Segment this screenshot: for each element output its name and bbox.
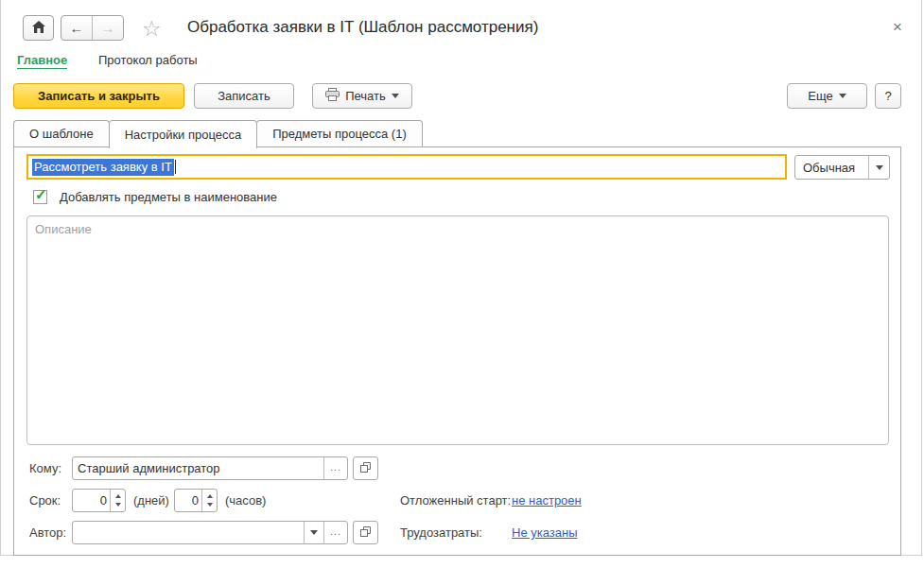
labor-link[interactable]: Не указаны [512,525,578,540]
hours-suffix: (часов) [225,493,266,508]
back-icon[interactable]: ← [61,16,92,40]
save-button[interactable]: Записать [194,83,294,109]
tab-bar: О шаблоне Настройки процесса Предметы пр… [13,120,423,148]
chevron-down-icon [839,94,846,98]
menu-item-work-protocol[interactable]: Протокол работы [98,53,198,67]
more-button[interactable]: Еще [787,83,867,109]
to-choose-button[interactable]: ... [323,457,347,479]
to-value: Старший администратор [73,457,323,479]
menu-item-main[interactable]: Главное [17,53,67,69]
open-in-window-icon [360,461,371,475]
favorite-star-icon[interactable]: ☆ [142,16,162,41]
save-and-close-button[interactable]: Записать и закрыть [13,83,184,109]
description-textarea[interactable]: Описание [26,215,889,445]
days-stepper[interactable]: 0 [72,489,126,512]
tab-process-subjects[interactable]: Предметы процесса (1) [256,120,423,146]
forward-icon[interactable]: → [92,16,123,40]
author-input[interactable]: ... [72,521,348,544]
print-button[interactable]: Печать [312,83,412,109]
author-choose-button[interactable]: ... [323,522,347,543]
spin-down-icon[interactable] [207,503,213,507]
tab-about-template[interactable]: О шаблоне [13,120,110,146]
add-subjects-checkbox[interactable]: ✓ [33,190,47,204]
close-icon[interactable]: × [893,19,902,35]
hours-spin-buttons[interactable] [201,490,217,511]
add-subjects-row: ✓ Добавлять предметы в наименование [33,190,277,204]
to-open-button[interactable] [353,456,378,480]
home-button[interactable] [23,15,54,41]
spin-down-icon[interactable] [115,503,121,507]
days-suffix: (дней) [133,493,169,508]
days-value: 0 [73,490,110,511]
tab-content-panel: Рассмотреть заявку в IT Обычная ✓ Добавл… [13,146,901,556]
history-nav-group: ← → [61,15,124,41]
term-label: Срок: [29,493,61,508]
hours-stepper[interactable]: 0 [174,489,218,512]
delayed-start-link[interactable]: не настроен [512,493,582,508]
labor-label: Трудозатраты: [400,525,482,540]
print-button-label: Печать [345,89,386,103]
home-icon [32,21,45,36]
to-input[interactable]: Старший администратор ... [72,456,348,480]
spin-up-icon[interactable] [207,494,213,498]
delayed-start-label: Отложенный старт: [400,493,511,508]
more-button-label: Еще [808,89,832,103]
chevron-down-icon[interactable] [868,156,889,179]
help-button[interactable]: ? [875,83,901,109]
text-cursor [175,160,176,174]
author-value [73,522,304,543]
importance-select[interactable]: Обычная [794,155,890,180]
chevron-down-icon[interactable] [304,522,323,543]
days-spin-buttons[interactable] [110,490,125,511]
page-title: Обработка заявки в IT (Шаблон рассмотрен… [187,18,538,37]
template-window: ← → ☆ Обработка заявки в IT (Шаблон расс… [0,0,923,568]
check-icon: ✓ [35,186,47,203]
name-input-selected-text: Рассмотреть заявку в IT [32,159,174,176]
spin-up-icon[interactable] [115,494,121,498]
author-label: Автор: [29,525,66,540]
importance-value: Обычная [795,156,868,179]
open-in-window-icon [360,525,371,540]
printer-icon [325,88,340,104]
name-input[interactable]: Рассмотреть заявку в IT [26,154,787,180]
to-label: Кому: [29,461,61,475]
hours-value: 0 [175,490,201,511]
author-open-button[interactable] [353,521,378,544]
tab-process-settings[interactable]: Настройки процесса [109,120,258,148]
chevron-down-icon [392,94,399,98]
description-placeholder: Описание [35,222,92,236]
add-subjects-checkbox-label[interactable]: Добавлять предметы в наименование [60,190,277,204]
